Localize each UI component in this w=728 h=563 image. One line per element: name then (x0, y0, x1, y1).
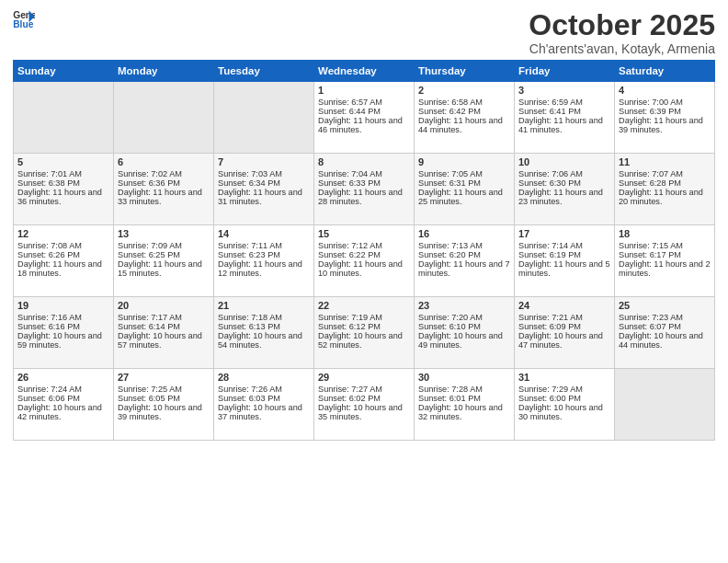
daylight-text: Daylight: 10 hours and 49 minutes. (418, 331, 510, 350)
table-row: 25Sunrise: 7:23 AMSunset: 6:07 PMDayligh… (615, 297, 715, 369)
calendar-week-row: 1Sunrise: 6:57 AMSunset: 6:44 PMDaylight… (14, 82, 715, 154)
table-row: 27Sunrise: 7:25 AMSunset: 6:05 PMDayligh… (114, 369, 214, 441)
day-number: 16 (418, 228, 510, 239)
sunset-text: Sunset: 6:44 PM (318, 107, 410, 116)
day-number: 4 (619, 85, 711, 96)
day-number: 5 (17, 156, 109, 167)
sunset-text: Sunset: 6:07 PM (619, 322, 711, 331)
day-number: 6 (118, 156, 210, 167)
table-row (114, 82, 214, 154)
sunset-text: Sunset: 6:06 PM (17, 394, 109, 403)
day-number: 27 (118, 372, 210, 383)
sunrise-text: Sunrise: 7:06 AM (518, 169, 610, 178)
calendar-table: Sunday Monday Tuesday Wednesday Thursday… (13, 60, 715, 441)
day-number: 29 (318, 372, 410, 383)
sunrise-text: Sunrise: 6:57 AM (318, 98, 410, 107)
daylight-text: Daylight: 10 hours and 35 minutes. (318, 403, 410, 421)
day-number: 26 (17, 372, 109, 383)
day-number: 9 (418, 156, 510, 167)
sunset-text: Sunset: 6:34 PM (218, 178, 310, 188)
sunrise-text: Sunrise: 7:16 AM (17, 313, 109, 322)
sunrise-text: Sunrise: 7:01 AM (17, 169, 109, 178)
daylight-text: Daylight: 10 hours and 54 minutes. (218, 331, 310, 350)
table-row: 11Sunrise: 7:07 AMSunset: 6:28 PMDayligh… (615, 154, 715, 225)
daylight-text: Daylight: 10 hours and 30 minutes. (518, 403, 610, 421)
table-row: 18Sunrise: 7:15 AMSunset: 6:17 PMDayligh… (615, 225, 715, 297)
day-number: 11 (619, 156, 711, 167)
sunrise-text: Sunrise: 7:07 AM (619, 169, 711, 178)
daylight-text: Daylight: 11 hours and 33 minutes. (118, 188, 210, 206)
daylight-text: Daylight: 10 hours and 57 minutes. (118, 331, 210, 350)
sunrise-text: Sunrise: 7:18 AM (218, 313, 310, 322)
svg-text:Blue: Blue (13, 19, 33, 29)
day-number: 12 (17, 228, 109, 239)
sunset-text: Sunset: 6:23 PM (218, 250, 310, 259)
sunset-text: Sunset: 6:09 PM (518, 322, 610, 331)
daylight-text: Daylight: 11 hours and 41 minutes. (518, 116, 610, 134)
sunrise-text: Sunrise: 7:04 AM (318, 169, 410, 178)
daylight-text: Daylight: 11 hours and 44 minutes. (418, 116, 510, 134)
header-wednesday: Wednesday (314, 61, 415, 82)
daylight-text: Daylight: 11 hours and 18 minutes. (17, 259, 109, 278)
sunset-text: Sunset: 6:03 PM (218, 394, 310, 403)
day-number: 24 (518, 300, 610, 311)
header-friday: Friday (515, 61, 615, 82)
header-tuesday: Tuesday (214, 61, 314, 82)
sunrise-text: Sunrise: 6:59 AM (518, 98, 610, 107)
table-row: 3Sunrise: 6:59 AMSunset: 6:41 PMDaylight… (515, 82, 615, 154)
header-monday: Monday (114, 61, 214, 82)
daylight-text: Daylight: 11 hours and 25 minutes. (418, 188, 510, 206)
day-number: 30 (418, 372, 510, 383)
daylight-text: Daylight: 11 hours and 15 minutes. (118, 259, 210, 278)
header-sunday: Sunday (14, 61, 114, 82)
table-row: 9Sunrise: 7:05 AMSunset: 6:31 PMDaylight… (415, 154, 515, 225)
sunset-text: Sunset: 6:02 PM (318, 394, 410, 403)
sunrise-text: Sunrise: 7:02 AM (118, 169, 210, 178)
logo: General Blue (13, 9, 35, 29)
sunset-text: Sunset: 6:33 PM (318, 178, 410, 188)
sunrise-text: Sunrise: 7:14 AM (518, 241, 610, 250)
table-row: 5Sunrise: 7:01 AMSunset: 6:38 PMDaylight… (14, 154, 114, 225)
table-row: 16Sunrise: 7:13 AMSunset: 6:20 PMDayligh… (415, 225, 515, 297)
page-container: General Blue October 2025 Ch'arents'avan… (0, 0, 728, 446)
day-number: 20 (118, 300, 210, 311)
daylight-text: Daylight: 11 hours and 31 minutes. (218, 188, 310, 206)
sunset-text: Sunset: 6:36 PM (118, 178, 210, 188)
day-number: 8 (318, 156, 410, 167)
day-number: 13 (118, 228, 210, 239)
sunset-text: Sunset: 6:12 PM (318, 322, 410, 331)
sunset-text: Sunset: 6:01 PM (418, 394, 510, 403)
sunrise-text: Sunrise: 7:03 AM (218, 169, 310, 178)
table-row: 30Sunrise: 7:28 AMSunset: 6:01 PMDayligh… (415, 369, 515, 441)
day-number: 7 (218, 156, 310, 167)
daylight-text: Daylight: 10 hours and 59 minutes. (17, 331, 109, 350)
sunrise-text: Sunrise: 7:13 AM (418, 241, 510, 250)
daylight-text: Daylight: 11 hours and 20 minutes. (619, 188, 711, 206)
table-row: 8Sunrise: 7:04 AMSunset: 6:33 PMDaylight… (314, 154, 415, 225)
table-row: 15Sunrise: 7:12 AMSunset: 6:22 PMDayligh… (314, 225, 415, 297)
daylight-text: Daylight: 11 hours and 12 minutes. (218, 259, 310, 278)
daylight-text: Daylight: 11 hours and 28 minutes. (318, 188, 410, 206)
sunset-text: Sunset: 6:31 PM (418, 178, 510, 188)
sunrise-text: Sunrise: 7:28 AM (418, 385, 510, 394)
table-row: 23Sunrise: 7:20 AMSunset: 6:10 PMDayligh… (415, 297, 515, 369)
sunset-text: Sunset: 6:28 PM (619, 178, 711, 188)
sunrise-text: Sunrise: 7:00 AM (619, 98, 711, 107)
day-number: 15 (318, 228, 410, 239)
day-number: 19 (17, 300, 109, 311)
sunset-text: Sunset: 6:22 PM (318, 250, 410, 259)
day-number: 17 (518, 228, 610, 239)
day-number: 22 (318, 300, 410, 311)
daylight-text: Daylight: 10 hours and 42 minutes. (17, 403, 109, 421)
sunset-text: Sunset: 6:19 PM (518, 250, 610, 259)
table-row: 21Sunrise: 7:18 AMSunset: 6:13 PMDayligh… (214, 297, 314, 369)
calendar-week-row: 26Sunrise: 7:24 AMSunset: 6:06 PMDayligh… (14, 369, 715, 441)
daylight-text: Daylight: 10 hours and 47 minutes. (518, 331, 610, 350)
sunset-text: Sunset: 6:39 PM (619, 107, 711, 116)
sunset-text: Sunset: 6:41 PM (518, 107, 610, 116)
day-number: 14 (218, 228, 310, 239)
daylight-text: Daylight: 10 hours and 44 minutes. (619, 331, 711, 350)
month-title: October 2025 (529, 9, 715, 41)
day-number: 3 (518, 85, 610, 96)
table-row: 2Sunrise: 6:58 AMSunset: 6:42 PMDaylight… (415, 82, 515, 154)
